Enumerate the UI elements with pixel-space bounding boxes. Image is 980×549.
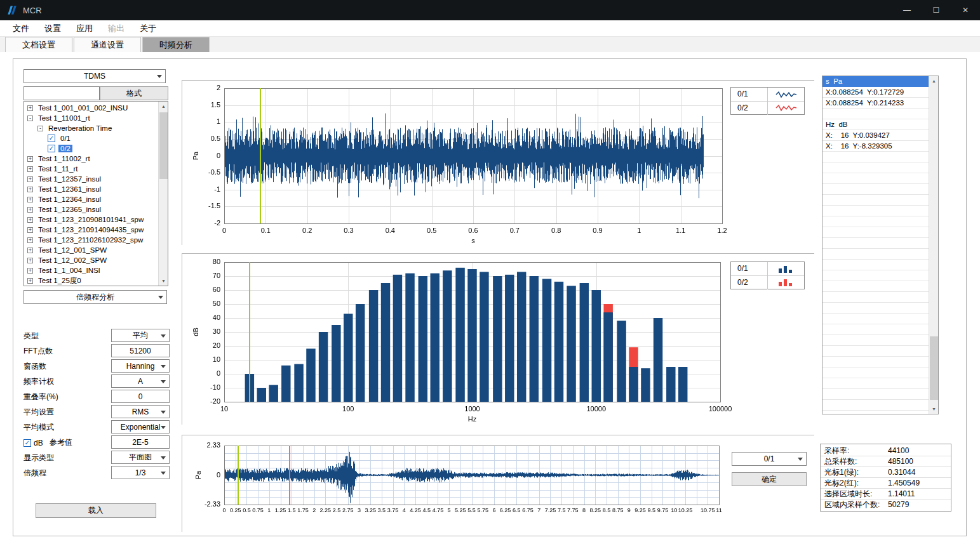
data-row[interactable]: X:0.088254 Y:0.172729	[822, 87, 929, 98]
expand-plus-icon[interactable]: +	[27, 248, 33, 253]
scroll-up-icon[interactable]: ▲	[929, 76, 939, 86]
tree-item[interactable]: ✓0/1	[24, 133, 158, 143]
form-row: 倍频程1/3	[23, 465, 172, 480]
legend-label: 0/2	[731, 102, 768, 115]
expand-plus-icon[interactable]: +	[27, 197, 33, 202]
form-select[interactable]: Hanning	[111, 359, 170, 373]
time-waveform-chart[interactable]	[182, 81, 815, 246]
form-field-label: 类型	[23, 331, 39, 341]
tree-item[interactable]: -Test 1_11001_rt	[24, 113, 158, 123]
tree-item-label: Test 1_1_004_INSI	[36, 267, 102, 274]
form-select[interactable]: Exponential	[111, 420, 170, 433]
form-input[interactable]	[111, 435, 170, 449]
data-row[interactable]: X: 16 Y:0.039427	[822, 130, 929, 141]
collapse-minus-icon[interactable]: -	[37, 126, 43, 131]
maximize-button[interactable]: ☐	[922, 0, 951, 20]
data-row[interactable]: X: 16 Y:-8.329305	[822, 141, 929, 152]
expand-plus-icon[interactable]: +	[27, 227, 33, 233]
expand-plus-icon[interactable]: +	[27, 187, 33, 192]
tree-item[interactable]: +Test 1_12365_insul	[24, 204, 158, 215]
octave-spectrum-chart[interactable]	[182, 254, 815, 425]
scroll-up-icon[interactable]: ▲	[159, 102, 168, 111]
expand-plus-icon[interactable]: +	[27, 176, 33, 182]
channel-checkbox[interactable]: ✓	[48, 135, 55, 142]
tree-item[interactable]: -Reverberation Time	[24, 123, 158, 133]
data-row-empty	[822, 195, 929, 206]
tree-item[interactable]: +Test 1_12361_insul	[24, 184, 158, 194]
tree-item[interactable]: ✓0/2	[24, 143, 158, 154]
confirm-button[interactable]: 确定	[732, 472, 807, 486]
expand-plus-icon[interactable]: +	[27, 217, 33, 223]
file-format-select[interactable]: TDMS	[23, 69, 166, 83]
expand-plus-icon[interactable]: +	[27, 105, 33, 111]
menu-item[interactable]: 关于	[132, 20, 164, 37]
menu-item: 输出	[100, 20, 132, 37]
expand-plus-icon[interactable]: +	[27, 268, 33, 274]
confirm-button-label: 确定	[762, 474, 777, 485]
tree-item-label: Test 1_12364_insul	[36, 195, 103, 203]
tree-item[interactable]: +Test 1_12_002_SPW	[24, 255, 158, 265]
data-row-empty	[822, 389, 929, 400]
readout-scrollbar-thumb[interactable]	[930, 336, 938, 400]
load-button[interactable]: 载入	[36, 503, 156, 518]
data-row[interactable]: X:0.088254 Y:0.214233	[822, 98, 929, 109]
tree-item[interactable]: +Test 1_123_210908101941_spw	[24, 215, 158, 225]
tree-item[interactable]: +Test 1_123_211026102932_spw	[24, 235, 158, 245]
expand-plus-icon[interactable]: +	[27, 237, 33, 243]
data-row[interactable]: s Pa	[822, 76, 929, 87]
form-input[interactable]	[111, 344, 170, 357]
form-row: 显示类型平面图	[23, 450, 172, 465]
tree-scrollbar-thumb[interactable]	[159, 112, 168, 179]
expand-plus-icon[interactable]: +	[27, 166, 33, 172]
tree-item[interactable]: +Test 1_11_rt	[24, 164, 158, 174]
waveform-line-icon	[768, 104, 804, 112]
tab-inactive[interactable]: 文档设置	[5, 37, 72, 52]
tree-scrollbar[interactable]: ▲ ▼	[158, 102, 168, 286]
tree-item[interactable]: +Test 1_25度0	[24, 275, 158, 286]
form-select[interactable]: 平面图	[111, 451, 170, 464]
tree-item[interactable]: +Test 1_11002_rt	[24, 154, 158, 164]
channel-checkbox[interactable]: ✓	[48, 145, 55, 152]
tree-item[interactable]: +Test 1_1_004_INSI	[24, 265, 158, 275]
form-select[interactable]: A	[111, 374, 170, 388]
overview-waveform-chart[interactable]	[182, 435, 815, 532]
data-row-empty	[822, 206, 929, 216]
form-input[interactable]	[111, 390, 170, 403]
data-row-empty	[822, 335, 929, 346]
format-button[interactable]: 格式	[100, 86, 168, 100]
expand-plus-icon[interactable]: +	[27, 258, 33, 263]
chevron-down-icon	[161, 411, 166, 414]
menu-item[interactable]: 应用	[69, 20, 100, 37]
channel-select[interactable]: 0/1	[732, 452, 807, 466]
analysis-type-select[interactable]: 倍频程分析	[23, 290, 167, 304]
form-select[interactable]: 1/3	[111, 466, 170, 479]
expand-plus-icon[interactable]: +	[27, 278, 33, 284]
form-row: FFT点数	[23, 343, 172, 359]
tree-item-label: Test 1_001_001_002_INSU	[36, 104, 130, 112]
scroll-down-icon[interactable]: ▼	[159, 276, 168, 286]
tree-item[interactable]: +Test 1_12357_insul	[24, 174, 158, 184]
db-checkbox[interactable]: ✓	[23, 439, 31, 447]
scroll-down-icon[interactable]: ▼	[929, 404, 939, 414]
tab-inactive[interactable]: 通道设置	[74, 37, 141, 52]
minimize-button[interactable]: —	[892, 0, 922, 20]
expand-plus-icon[interactable]: +	[27, 156, 33, 162]
tree-item[interactable]: +Test 1_123_210914094435_spw	[24, 225, 158, 235]
readout-scrollbar[interactable]: ▲ ▼	[929, 76, 938, 414]
tree-item[interactable]: +Test 1_001_001_002_INSU	[24, 103, 158, 113]
legend-label: 0/1	[731, 262, 768, 275]
tree-item[interactable]: +Test 1_12_001_SPW	[24, 245, 158, 255]
tree-item[interactable]: +Test 1_12364_insul	[24, 194, 158, 204]
menu-item[interactable]: 文件	[5, 20, 37, 37]
form-field-label: ✓dB参考值	[23, 437, 72, 448]
form-row: 重叠率(%)	[23, 389, 172, 404]
collapse-minus-icon[interactable]: -	[27, 116, 33, 121]
expand-plus-icon[interactable]: +	[27, 207, 33, 213]
menu-item[interactable]: 设置	[37, 20, 69, 37]
tab-active[interactable]: 时频分析	[142, 37, 210, 52]
close-button[interactable]: ✕	[951, 0, 980, 20]
form-select[interactable]: 平均	[111, 329, 170, 342]
form-field-label: 平均设置	[23, 407, 54, 418]
filter-input[interactable]	[23, 86, 100, 100]
form-select[interactable]: RMS	[111, 405, 170, 418]
